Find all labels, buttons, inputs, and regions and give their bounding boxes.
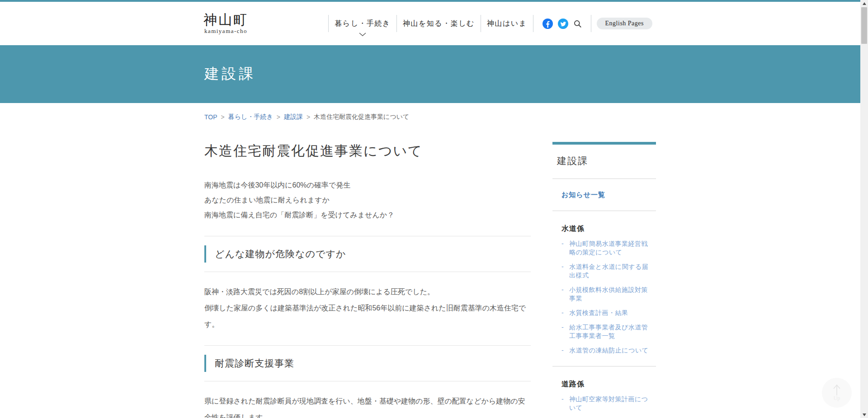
sidebar-link[interactable]: 水道料金と水道に関する届出様式 — [569, 263, 650, 280]
section-paragraph: 阪神・淡路大震災では死因の8割以上が家屋の倒壊による圧死でした。 倒壊した家屋の… — [204, 284, 531, 333]
nav-item-shiru-tanoshimu[interactable]: 神山を知る・楽しむ — [397, 19, 481, 28]
sidebar-link[interactable]: 給水工事事業者及び水道管工事事業者一覧 — [569, 323, 650, 340]
main-nav: 暮らし・手続き 神山を知る・楽しむ 神山はいま — [328, 2, 652, 45]
nav-item-label: 神山はいま — [487, 19, 527, 27]
section-accent-bar — [204, 355, 206, 372]
sidebar-link[interactable]: 小規模飲料水供給施設対策事業 — [569, 286, 650, 303]
breadcrumb-link-kensetsuka[interactable]: 建設課 — [284, 113, 303, 121]
breadcrumb-link-top[interactable]: TOP — [204, 113, 217, 121]
section-heading-shindan: 耐震診断支援事業 — [204, 346, 531, 381]
twitter-icon[interactable] — [558, 19, 568, 29]
list-item: - 小規模飲料水供給施設対策事業 — [561, 286, 656, 303]
sidebar: 建設課 お知らせ一覧 水道係 - 神山町簡易水道事業経営戦略の策定について - … — [552, 142, 656, 418]
header-icon-row — [533, 19, 591, 29]
paragraph-line: 倒壊した家屋の多くは建築基準法が改正された昭和56年以前に建築された旧耐震基準の… — [204, 300, 531, 333]
english-pages-button[interactable]: English Pages — [597, 18, 652, 29]
intro-line: あなたの住まい地震に耐えられますか — [204, 193, 531, 207]
site-logo-title: 神山町 — [203, 12, 248, 27]
nav-divider — [591, 15, 591, 32]
paragraph-line: 県に登録された耐震診断員が現地調査を行い、地盤・基礎や建物の形、壁の配置などから… — [204, 393, 531, 418]
sidebar-link[interactable]: 水質検査計画・結果 — [569, 309, 650, 317]
site-logo-subtitle: kamiyama-cho — [203, 28, 248, 35]
scroll-to-top-button[interactable]: Up — [822, 378, 852, 408]
section-paragraph: 県に登録された耐震診断員が現地調査を行い、地盤・基礎や建物の形、壁の配置などから… — [204, 393, 531, 418]
list-item: - 神山町空家等対策計画について — [561, 395, 656, 412]
link-bullet: - — [561, 346, 569, 355]
sidebar-section-suido: 水道係 — [561, 224, 656, 234]
breadcrumb-separator: > — [221, 113, 225, 121]
breadcrumb-link-kurashi[interactable]: 暮らし・手続き — [228, 113, 273, 121]
sidebar-link[interactable]: 水道管の凍結防止について — [569, 346, 650, 355]
main-content: 木造住宅耐震化促進事業について 南海地震は今後30年以内に60%の確率で発生 あ… — [204, 121, 531, 418]
sidebar-divider — [552, 178, 656, 179]
list-item: - 水道料金と水道に関する届出様式 — [561, 263, 656, 280]
nav-item-kamiyama-ima[interactable]: 神山はいま — [481, 19, 533, 28]
paragraph-line: 阪神・淡路大震災では死因の8割以上が家屋の倒壊による圧死でした。 — [204, 284, 531, 300]
section-heading-text: 耐震診断支援事業 — [215, 357, 294, 370]
breadcrumb: TOP > 暮らし・手続き > 建設課 > 木造住宅耐震化促進事業について — [204, 113, 860, 121]
section-divider — [204, 272, 531, 272]
scrollbar-thumb[interactable] — [861, 7, 867, 44]
nav-item-label: 暮らし・手続き — [335, 19, 391, 27]
page: 神山町 kamiyama-cho 暮らし・手続き 神山を知る・楽しむ 神山はいま — [0, 0, 860, 418]
nav-item-kurashi[interactable]: 暮らし・手続き — [329, 19, 396, 28]
banner-title: 建設課 — [204, 64, 256, 84]
section-heading-danger: どんな建物が危険なのですか — [204, 236, 531, 272]
page-title: 木造住宅耐震化促進事業について — [204, 142, 531, 160]
link-bullet: - — [561, 395, 569, 412]
section-heading-text: どんな建物が危険なのですか — [215, 248, 346, 260]
facebook-icon[interactable] — [542, 19, 553, 29]
link-bullet: - — [561, 323, 569, 340]
page-banner: 建設課 — [0, 45, 860, 103]
scrollbar-down-arrow[interactable] — [860, 411, 868, 418]
intro-paragraph: 南海地震は今後30年以内に60%の確率で発生 あなたの住まい地震に耐えられますか… — [204, 178, 531, 222]
link-bullet: - — [561, 309, 569, 317]
site-logo[interactable]: 神山町 kamiyama-cho — [203, 12, 248, 35]
search-icon[interactable] — [573, 19, 582, 28]
chevron-down-icon — [359, 33, 366, 36]
list-item: - 神山町簡易水道事業経営戦略の策定について — [561, 240, 656, 257]
sidebar-link-list: - 神山町空家等対策計画について — [561, 395, 656, 412]
sidebar-section-doro: 道路係 — [561, 380, 656, 389]
breadcrumb-separator: > — [277, 113, 280, 121]
nav-item-label: 神山を知る・楽しむ — [403, 19, 475, 27]
sidebar-divider — [552, 211, 656, 211]
site-header: 神山町 kamiyama-cho 暮らし・手続き 神山を知る・楽しむ 神山はいま — [0, 2, 860, 45]
section-accent-bar — [204, 245, 206, 263]
list-item: - 水道管の凍結防止について — [561, 346, 656, 355]
section-divider — [204, 381, 531, 381]
sidebar-divider — [552, 366, 656, 366]
link-bullet: - — [561, 240, 569, 257]
sidebar-link-list: - 神山町簡易水道事業経営戦略の策定について - 水道料金と水道に関する届出様式… — [561, 240, 656, 355]
list-item: - 水質検査計画・結果 — [561, 309, 656, 317]
sidebar-accent-bar — [552, 142, 656, 145]
breadcrumb-current: 木造住宅耐震化促進事業について — [314, 113, 409, 121]
up-button-label: Up — [834, 395, 840, 402]
intro-line: 南海地震に備え自宅の「耐震診断」を受けてみませんか？ — [204, 207, 531, 222]
up-arrow-icon — [832, 384, 842, 396]
sidebar-link[interactable]: 神山町空家等対策計画について — [569, 395, 650, 412]
link-bullet: - — [561, 286, 569, 303]
scrollbar[interactable] — [860, 0, 868, 418]
intro-line: 南海地震は今後30年以内に60%の確率で発生 — [204, 178, 531, 193]
breadcrumb-separator: > — [307, 113, 310, 121]
sidebar-link[interactable]: 神山町簡易水道事業経営戦略の策定について — [569, 240, 650, 257]
scrollbar-up-arrow[interactable] — [860, 0, 868, 7]
link-bullet: - — [561, 263, 569, 280]
list-item: - 給水工事事業者及び水道管工事事業者一覧 — [561, 323, 656, 340]
sidebar-notice-link[interactable]: お知らせ一覧 — [561, 191, 656, 199]
sidebar-title: 建設課 — [557, 155, 656, 167]
